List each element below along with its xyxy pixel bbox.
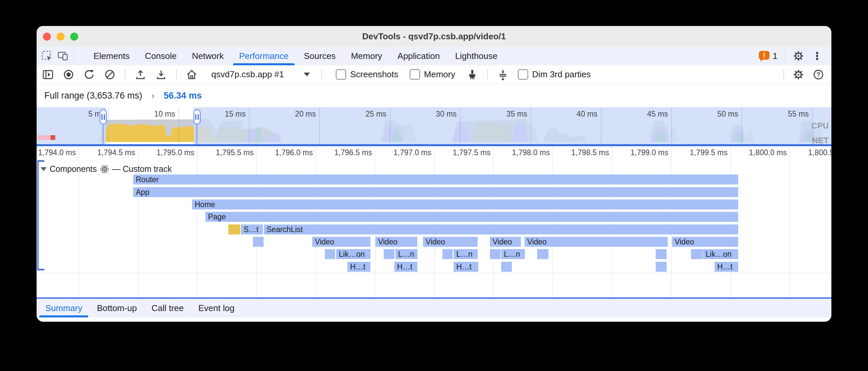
- flame-bar-video[interactable]: Video: [423, 237, 477, 247]
- download-profile-icon[interactable]: [155, 69, 167, 80]
- divider: [125, 69, 125, 80]
- flame-chart-area[interactable]: 1,794.0 ms1,794.5 ms1,795.0 ms1,795.5 ms…: [37, 146, 831, 297]
- chart-gridline: [434, 146, 435, 297]
- ruler-label: 1,797.0 ms: [375, 148, 431, 157]
- details-tab-bar: SummaryBottom-upCall treeEvent log: [37, 299, 831, 317]
- flame-bar-ht[interactable]: H…t: [454, 262, 478, 272]
- track-bottom-divider: [37, 273, 831, 274]
- full-range-crumb[interactable]: Full range (3,653.76 ms): [44, 91, 142, 101]
- overview-tick-label: 55 ms: [759, 109, 809, 119]
- device-toolbar-icon[interactable]: [57, 50, 68, 62]
- chart-gridline: [197, 146, 198, 297]
- details-tab-event-log[interactable]: Event log: [192, 299, 241, 317]
- screenshots-checkbox[interactable]: [336, 69, 346, 80]
- flame-bar-video[interactable]: Video: [672, 237, 738, 247]
- divider: [783, 69, 784, 80]
- flame-bar-page[interactable]: Page: [205, 212, 738, 222]
- flame-bar[interactable]: [384, 249, 394, 259]
- flame-bar[interactable]: [656, 262, 666, 272]
- ruler-label: 1,799.5 ms: [671, 148, 727, 157]
- help-icon[interactable]: ?: [813, 69, 824, 80]
- screenshots-label[interactable]: Screenshots: [350, 69, 398, 80]
- chart-gridline: [789, 146, 790, 297]
- details-tab-summary[interactable]: Summary: [39, 299, 89, 317]
- tab-lighthouse[interactable]: Lighthouse: [448, 47, 504, 65]
- track-header[interactable]: Components — Custom track: [41, 164, 172, 174]
- flame-bar-st[interactable]: S…t: [241, 225, 263, 234]
- details-tab-call-tree[interactable]: Call tree: [145, 299, 190, 317]
- selection-handle-left[interactable]: [99, 109, 107, 124]
- garbage-collect-icon[interactable]: [467, 69, 478, 80]
- selected-range-crumb[interactable]: 56.34 ms: [164, 91, 202, 101]
- tab-application[interactable]: Application: [391, 47, 446, 65]
- toggle-sidebar-icon[interactable]: [42, 69, 54, 80]
- flame-bar-video[interactable]: Video: [525, 237, 668, 247]
- record-icon[interactable]: [63, 69, 74, 80]
- collapse-triangle-icon[interactable]: [41, 167, 46, 171]
- dim-3rd-parties-label[interactable]: Dim 3rd parties: [532, 69, 591, 80]
- ruler-label: 1,795.0 ms: [138, 148, 194, 157]
- chart-gridline: [256, 146, 257, 297]
- flame-bar[interactable]: [228, 225, 240, 234]
- reload-record-icon[interactable]: [84, 69, 95, 80]
- memory-label[interactable]: Memory: [424, 69, 455, 80]
- selection-handle-right[interactable]: [193, 109, 201, 124]
- tab-sources[interactable]: Sources: [297, 47, 342, 65]
- overview-tick-label: 50 ms: [688, 109, 738, 119]
- target-selector[interactable]: qsvd7p.csb.app #1: [211, 69, 284, 80]
- track-focus-bracket: [37, 160, 44, 162]
- tab-elements[interactable]: Elements: [87, 47, 136, 65]
- overview-tick-label: 25 ms: [337, 109, 386, 119]
- memory-checkbox[interactable]: [410, 69, 420, 80]
- flame-bar[interactable]: [501, 262, 512, 272]
- flame-bar-searchlist[interactable]: SearchList: [264, 225, 738, 234]
- flame-bar-ht[interactable]: H…t: [394, 262, 417, 272]
- track-focus-bracket: [37, 160, 39, 270]
- flame-bar-ht[interactable]: H…t: [347, 262, 370, 272]
- tab-console[interactable]: Console: [138, 47, 183, 65]
- overview-gridline: [742, 107, 742, 144]
- home-icon[interactable]: [186, 69, 197, 80]
- flame-bar-ln[interactable]: L…n: [395, 249, 417, 259]
- upload-profile-icon[interactable]: [135, 69, 146, 80]
- clear-icon[interactable]: [104, 69, 116, 80]
- tab-performance[interactable]: Performance: [232, 47, 295, 65]
- tab-memory[interactable]: Memory: [344, 47, 389, 65]
- flame-bar-video[interactable]: Video: [312, 237, 370, 247]
- capture-settings-gear-icon[interactable]: [793, 69, 804, 80]
- flame-bar-app[interactable]: App: [133, 187, 738, 197]
- flame-bar-likon[interactable]: Lik…on: [336, 249, 370, 259]
- inspect-element-icon[interactable]: [41, 50, 53, 62]
- flame-bar[interactable]: [691, 249, 703, 259]
- kebab-menu-icon[interactable]: [811, 50, 823, 62]
- details-tab-bottom-up[interactable]: Bottom-up: [90, 299, 144, 317]
- overview-gridline: [530, 107, 531, 144]
- selection-handle-line: [102, 124, 103, 144]
- flame-bar-home[interactable]: Home: [192, 199, 738, 209]
- timeline-overview[interactable]: 5 ms10 ms15 ms20 ms25 ms30 ms35 ms40 ms4…: [37, 107, 831, 144]
- flame-bar[interactable]: [325, 249, 335, 259]
- flame-bar[interactable]: [490, 249, 501, 259]
- flame-bar-likon[interactable]: Lik…on: [703, 249, 738, 259]
- dim-3rd-parties-checkbox[interactable]: [518, 69, 528, 80]
- settings-gear-icon[interactable]: [793, 50, 804, 62]
- flame-bar[interactable]: [537, 249, 549, 259]
- tab-network[interactable]: Network: [185, 47, 230, 65]
- flame-bar-video[interactable]: Video: [375, 237, 417, 247]
- chevron-down-icon[interactable]: [304, 73, 310, 76]
- issues-button[interactable]: ! 1: [758, 50, 777, 62]
- flame-bar[interactable]: [442, 249, 453, 259]
- flame-bar-video[interactable]: Video: [490, 237, 521, 247]
- flame-bar[interactable]: [253, 237, 264, 247]
- flame-bar-router[interactable]: Router: [133, 174, 738, 184]
- flame-bar[interactable]: [656, 249, 666, 259]
- flame-bar-ln[interactable]: L…n: [454, 249, 477, 259]
- window-title: DevTools - qsvd7p.csb.app/video/1: [37, 26, 831, 47]
- network-request-bar: [51, 135, 55, 140]
- overview-gridline: [108, 107, 109, 144]
- flame-bar-ln[interactable]: L…n: [501, 249, 525, 259]
- overview-tick-label: 45 ms: [618, 109, 668, 119]
- collapse-sanitize-icon[interactable]: [497, 69, 508, 80]
- chevron-right-icon: ›: [151, 91, 154, 101]
- flame-bar-ht[interactable]: H…t: [715, 262, 738, 272]
